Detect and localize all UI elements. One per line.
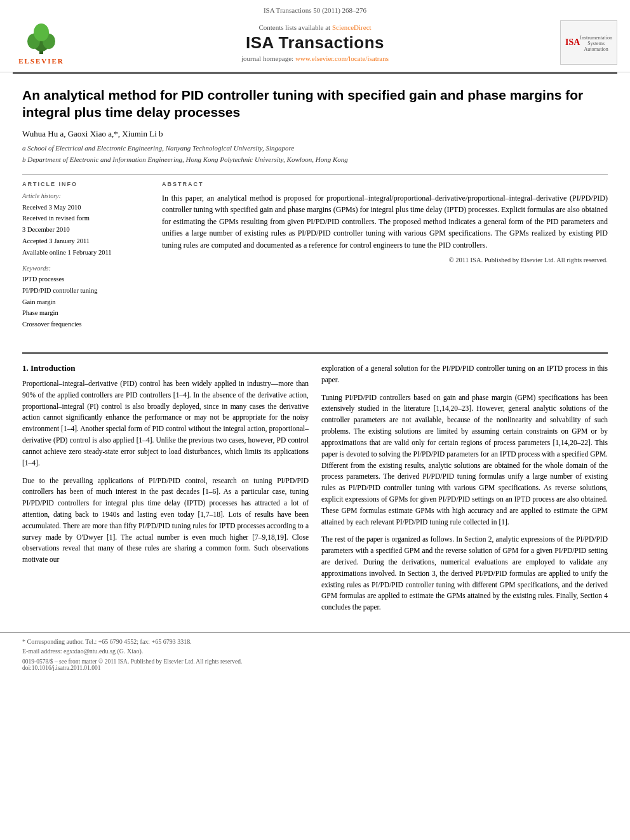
section1-heading: 1. Introduction: [22, 363, 309, 373]
history-label: Article history:: [22, 192, 149, 199]
col-right: exploration of a general solution for th…: [321, 363, 608, 620]
section1-right-para2: Tuning PI/PD/PID controllers based on ga…: [321, 392, 608, 528]
received-revised-label: Received in revised form: [22, 213, 149, 224]
info-abstract-row: ARTICLE INFO Article history: Received 3…: [22, 181, 608, 330]
info-dates: Received 3 May 2010 Received in revised …: [22, 202, 149, 258]
keywords-list: IPTD processes PI/PD/PID controller tuni…: [22, 274, 149, 330]
abstract-text: In this paper, an analytical method is p…: [162, 192, 608, 251]
footnote-email: E-mail address: egxxiao@ntu.edu.sg (G. X…: [22, 648, 608, 655]
affiliation-a: a School of Electrical and Electronic En…: [22, 143, 608, 154]
section1-para1: Proportional–integral–derivative (PID) c…: [22, 378, 309, 469]
footer-copyright: 0019-0578/$ – see front matter © 2011 IS…: [22, 658, 608, 665]
abstract-header: ABSTRACT: [162, 181, 608, 187]
keywords-section: Keywords: IPTD processes PI/PD/PID contr…: [22, 265, 149, 330]
elsevier-text: ELSEVIER: [18, 57, 64, 65]
elsevier-logo: ELSEVIER: [13, 21, 70, 65]
col-left: 1. Introduction Proportional–integral–de…: [22, 363, 309, 620]
journal-header: ISA Transactions 50 (2011) 268–276 ELSEV…: [0, 0, 630, 72]
footnote-star: * Corresponding author. Tel.: +65 6790 4…: [22, 638, 608, 645]
section1-right-para3: The rest of the paper is organized as fo…: [321, 534, 608, 613]
page-container: ISA Transactions 50 (2011) 268–276 ELSEV…: [0, 0, 630, 840]
header-inner: ELSEVIER Contents lists available at Sci…: [13, 17, 617, 69]
sciencedirect-link[interactable]: ScienceDirect: [332, 23, 372, 31]
article-title: An analytical method for PID controller …: [22, 86, 608, 121]
footer-doi: doi:10.1016/j.isatra.2011.01.001: [22, 665, 608, 671]
kw3: Gain margin: [22, 297, 149, 308]
kw1: IPTD processes: [22, 274, 149, 285]
homepage-link[interactable]: www.elsevier.com/locate/isatrans: [295, 55, 389, 62]
elsevier-tree-icon: [22, 21, 60, 56]
copyright-line: © 2011 ISA. Published by Elsevier Ltd. A…: [162, 257, 608, 263]
available-date: Available online 1 February 2011: [22, 247, 149, 258]
journal-homepage: journal homepage: www.elsevier.com/locat…: [83, 55, 547, 62]
received-date: Received 3 May 2010: [22, 202, 149, 213]
svg-point-4: [34, 23, 49, 41]
sciencedirect-line: Contents lists available at ScienceDirec…: [83, 23, 547, 31]
affiliation-b: b Department of Electronic and Informati…: [22, 154, 608, 165]
two-column-body: 1. Introduction Proportional–integral–de…: [0, 354, 630, 632]
article-info-header: ARTICLE INFO: [22, 181, 149, 187]
article-info: ARTICLE INFO Article history: Received 3…: [22, 181, 149, 330]
kw2: PI/PD/PID controller tuning: [22, 285, 149, 297]
kw5: Crossover frequencies: [22, 319, 149, 330]
page-footer: * Corresponding author. Tel.: +65 6790 4…: [0, 632, 630, 676]
isa-logo-box: ISA InstrumentationSystemsAutomation: [560, 20, 617, 65]
kw4: Phase margin: [22, 307, 149, 319]
journal-ref: ISA Transactions 50 (2011) 268–276: [13, 6, 617, 14]
section1-para2: Due to the prevailing applications of PI…: [22, 476, 309, 566]
keywords-label: Keywords:: [22, 265, 149, 272]
article-content: An analytical method for PID controller …: [0, 74, 630, 343]
affiliations: a School of Electrical and Electronic En…: [22, 143, 608, 165]
abstract-section: ABSTRACT In this paper, an analytical me…: [162, 181, 608, 330]
revised-date: 3 December 2010: [22, 224, 149, 236]
journal-title-block: Contents lists available at ScienceDirec…: [83, 23, 547, 62]
journal-main-title: ISA Transactions: [83, 33, 547, 53]
authors: Wuhua Hu a, Gaoxi Xiao a,*, Xiumin Li b: [22, 129, 608, 139]
article-divider: [22, 174, 608, 175]
accepted-date: Accepted 3 January 2011: [22, 236, 149, 247]
section1-right-para1: exploration of a general solution for th…: [321, 363, 608, 386]
